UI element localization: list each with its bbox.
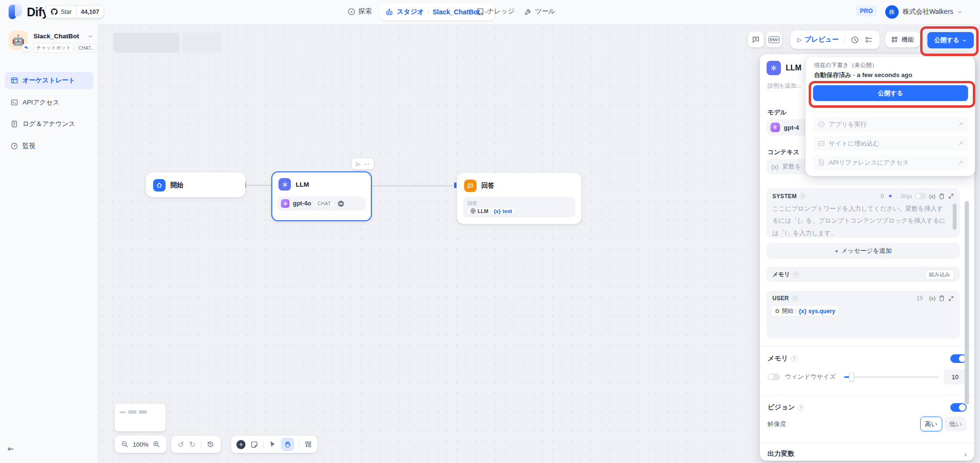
prompt-generator-icon[interactable]: ✦ <box>888 192 893 200</box>
window-size-slider[interactable] <box>844 372 939 382</box>
system-prompt-placeholder[interactable]: ここにプロンプトワードを入力してください。変数を挿入するには「{」を、プロンプト… <box>767 200 960 239</box>
edge-start-llm <box>245 185 272 186</box>
output-variables-row[interactable]: 出力変数 › <box>768 450 967 458</box>
system-role-label: SYSTEM <box>772 193 797 200</box>
chat-variable-icon <box>752 35 760 44</box>
divider <box>806 111 976 112</box>
hand-tool-active[interactable] <box>281 438 294 451</box>
window-size-value[interactable]: 10 <box>944 369 967 384</box>
sidebar-item-label: APIアクセス <box>22 98 59 107</box>
account-name: 株式会社Walkers <box>902 8 953 16</box>
node-hover-toolbar: ▷ ⋯ <box>352 158 374 169</box>
panel-scrollbar[interactable] <box>965 201 969 405</box>
zoom-level[interactable]: 100% <box>133 441 148 448</box>
embed-site-menu-item[interactable]: サイトに埋め込む ↗ <box>813 136 968 151</box>
run-history-icon[interactable] <box>851 36 859 44</box>
node-start[interactable]: 開始 <box>146 172 245 197</box>
edge-llm-answer <box>372 185 457 186</box>
star-count: 44,107 <box>76 6 103 18</box>
sidebar-item-api-access[interactable]: APIアクセス <box>5 94 93 111</box>
slash-divider: / <box>795 308 797 315</box>
llm-model-chip[interactable]: gpt-4o CHAT <box>278 196 366 211</box>
slider-handle[interactable] <box>849 372 854 382</box>
divider <box>760 395 974 395</box>
sidebar-item-logs[interactable]: ログ＆アナウンス <box>5 115 93 133</box>
minimap-node <box>120 411 126 413</box>
features-icon <box>891 36 898 43</box>
app-avatar[interactable]: 🤖 <box>9 31 28 50</box>
memory-section-row: メモリ ? <box>768 354 967 363</box>
redo-icon[interactable]: ↻ <box>189 440 195 449</box>
add-note-button[interactable] <box>250 440 258 449</box>
sidebar-item-orchestrate[interactable]: オーケストレート <box>5 72 93 89</box>
node-title: 回答 <box>481 181 494 190</box>
document-icon <box>818 159 825 166</box>
user-variable-chip[interactable]: 開始 / {x} sys.query <box>771 306 838 316</box>
expand-icon[interactable] <box>948 295 954 302</box>
variable-token-icon[interactable]: {x} <box>929 295 935 301</box>
nav-explore[interactable]: 探索 <box>347 7 372 16</box>
nav-studio-label: スタジオ <box>397 8 424 16</box>
nav-explore-label: 探索 <box>358 7 372 16</box>
user-prompt-block[interactable]: USER ? 15 {x} 開始 / {x} sy <box>767 291 960 339</box>
pointer-tool[interactable] <box>268 440 276 448</box>
zoom-controls: 100% <box>115 436 167 453</box>
ref-variable-name: sys.query <box>808 308 835 315</box>
play-circle-icon <box>818 121 825 128</box>
app-title-row[interactable]: Slack_ChatBot <box>33 33 93 40</box>
clipboard-icon[interactable] <box>938 193 945 200</box>
expand-icon[interactable] <box>948 193 954 199</box>
github-star-widget[interactable]: Star 44,107 <box>45 5 104 18</box>
model-section-label: モデル <box>768 108 787 117</box>
api-reference-menu-item[interactable]: APIリファレンスにアクセス ↗ <box>813 155 968 170</box>
env-variables-button[interactable]: ENV <box>766 32 782 47</box>
preview-toolbar: ▷ プレビュー <box>791 31 880 49</box>
model-type-badge: CHAT <box>314 200 334 207</box>
terminal-icon <box>11 99 18 106</box>
resolution-high-button[interactable]: 高い <box>920 417 942 431</box>
clipboard-icon[interactable] <box>938 295 945 302</box>
chat-variables-button[interactable] <box>748 32 764 47</box>
description-placeholder[interactable]: 説明を追加... <box>768 82 801 90</box>
orchestrate-icon <box>11 77 18 84</box>
memory-toggle[interactable] <box>950 354 967 363</box>
answer-content-preview: 回答 LLM / {x} text <box>463 197 575 217</box>
run-node-icon[interactable]: ▷ <box>356 161 360 167</box>
add-message-button[interactable]: + メッセージを追加 <box>767 243 960 259</box>
node-answer[interactable]: 回答 回答 LLM / {x} text <box>457 173 581 224</box>
minimap[interactable] <box>115 404 166 431</box>
sidebar-item-monitoring[interactable]: 監視 <box>5 137 93 155</box>
checklist-icon[interactable] <box>865 36 873 44</box>
account-menu[interactable]: 株 株式会社Walkers <box>885 5 963 19</box>
nav-tools[interactable]: ツール <box>524 7 556 16</box>
run-app-menu-item[interactable]: アプリを実行 ↗ <box>813 117 968 132</box>
features-button[interactable]: 機能 <box>885 32 920 47</box>
prompt-scrollbar[interactable] <box>953 203 957 230</box>
preview-button[interactable]: プレビュー <box>804 35 838 44</box>
external-link-icon: ↗ <box>958 159 963 166</box>
nav-knowledge[interactable]: ナレッジ <box>476 7 514 16</box>
memory-label: メモリ <box>772 271 790 279</box>
jinja-toggle[interactable] <box>915 193 926 199</box>
edge-handle[interactable] <box>454 182 457 188</box>
collapse-sidebar-button[interactable]: ⇤ <box>8 444 14 453</box>
zoom-out-icon[interactable] <box>121 440 129 448</box>
home-icon <box>153 179 166 192</box>
variable-token-icon[interactable]: {x} <box>929 193 935 199</box>
memory-badge: 組み込み <box>925 270 954 280</box>
compass-icon <box>347 8 356 16</box>
publish-dropdown: 現在の下書き（未公開） 自動保存済み · a few seconds ago 公… <box>805 56 975 176</box>
more-actions-icon[interactable]: ⋯ <box>364 161 369 168</box>
node-llm[interactable]: LLM gpt-4o CHAT <box>271 171 372 221</box>
system-prompt-block[interactable]: SYSTEM ? 0 ✦ Jinja {x} ここにプロンプトワードを入力してく… <box>767 188 960 238</box>
resolution-low-button[interactable]: 低い <box>945 417 967 431</box>
version-history-icon[interactable] <box>207 440 214 448</box>
auto-layout-button[interactable] <box>304 440 312 448</box>
resolution-row: 解像度 高い 低い <box>768 417 967 431</box>
llm-node-icon <box>278 178 291 191</box>
zoom-in-icon[interactable] <box>153 440 160 448</box>
window-size-toggle[interactable] <box>768 373 780 380</box>
vision-toggle[interactable] <box>950 403 967 412</box>
add-node-button[interactable]: + <box>236 440 245 449</box>
undo-icon[interactable]: ↺ <box>178 440 184 449</box>
